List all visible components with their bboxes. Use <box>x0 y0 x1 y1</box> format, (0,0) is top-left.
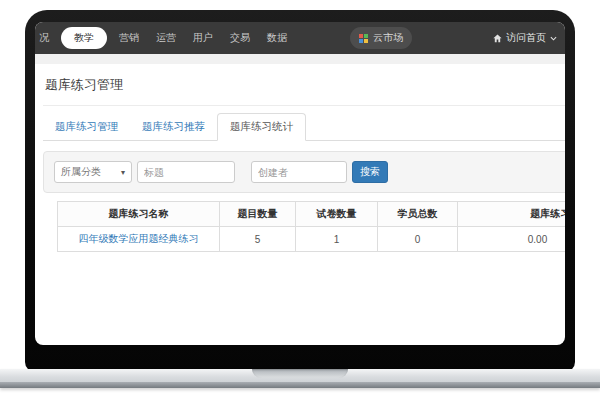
tab-practice-manage[interactable]: 题库练习管理 <box>43 114 130 140</box>
laptop-base-edge <box>0 382 600 388</box>
col-header-students: 学员总数 <box>378 202 458 227</box>
col-header-income: 题库练习收入(元) <box>458 202 566 227</box>
cell-students: 0 <box>378 227 458 252</box>
grid-icon <box>359 34 368 43</box>
nav-item-operations[interactable]: 运营 <box>156 31 176 45</box>
cell-papers: 1 <box>296 227 378 252</box>
practice-link[interactable]: 四年级数学应用题经典练习 <box>79 233 199 244</box>
tab-practice-stats[interactable]: 题库练习统计 <box>217 113 306 141</box>
laptop-mockup: 况 教学 营销 运营 用户 交易 数据 云市场 访问首页 题 <box>0 0 600 400</box>
page-background-strip <box>35 54 565 64</box>
search-button[interactable]: 搜索 <box>352 161 388 183</box>
col-header-papers: 试卷数量 <box>296 202 378 227</box>
chevron-down-icon <box>550 36 557 41</box>
laptop-screen: 况 教学 营销 运营 用户 交易 数据 云市场 访问首页 题 <box>35 22 565 345</box>
nav-item-marketing[interactable]: 营销 <box>119 31 139 45</box>
cloud-market-label: 云市场 <box>373 31 403 45</box>
col-header-name: 题库练习名称 <box>58 202 220 227</box>
top-navbar: 况 教学 营销 运营 用户 交易 数据 云市场 访问首页 <box>35 22 565 54</box>
laptop-base <box>0 369 600 388</box>
nav-item-users[interactable]: 用户 <box>193 31 213 45</box>
page-title: 题库练习管理 <box>43 64 565 106</box>
tab-practice-recommend[interactable]: 题库练习推荐 <box>130 114 217 140</box>
home-icon <box>493 34 502 43</box>
visit-home-label: 访问首页 <box>506 31 546 45</box>
creator-input[interactable] <box>251 161 347 183</box>
table-row: 四年级数学应用题经典练习 5 1 0 0.00 <box>58 227 566 252</box>
nav-item-teaching[interactable]: 教学 <box>61 27 107 49</box>
laptop-notch <box>252 369 348 378</box>
col-header-questions: 题目数量 <box>220 202 296 227</box>
cloud-market-button[interactable]: 云市场 <box>350 27 412 49</box>
category-select[interactable]: 所属分类 ▾ <box>54 161 132 183</box>
category-select-value: 所属分类 <box>61 165 101 179</box>
cell-name: 四年级数学应用题经典练习 <box>58 227 220 252</box>
laptop-bezel: 况 教学 营销 运营 用户 交易 数据 云市场 访问首页 题 <box>25 10 575 372</box>
cell-income: 0.00 <box>458 227 566 252</box>
table-header-row: 题库练习名称 题目数量 试卷数量 学员总数 题库练习收入(元) <box>58 202 566 227</box>
page-content: 题库练习管理 题库练习管理 题库练习推荐 题库练习统计 所属分类 ▾ 搜索 <box>35 64 565 252</box>
tab-bar: 题库练习管理 题库练习推荐 题库练习统计 <box>43 113 565 141</box>
cell-questions: 5 <box>220 227 296 252</box>
nav-item-trade[interactable]: 交易 <box>230 31 250 45</box>
title-input[interactable] <box>137 161 235 183</box>
caret-down-icon: ▾ <box>121 168 125 177</box>
practice-table: 题库练习名称 题目数量 试卷数量 学员总数 题库练习收入(元) 四年级数学应用题… <box>57 201 565 252</box>
nav-item-overview[interactable]: 况 <box>39 31 49 45</box>
nav-item-data[interactable]: 数据 <box>267 31 287 45</box>
visit-home-button[interactable]: 访问首页 <box>493 31 557 45</box>
filter-panel: 所属分类 ▾ 搜索 <box>43 151 565 193</box>
